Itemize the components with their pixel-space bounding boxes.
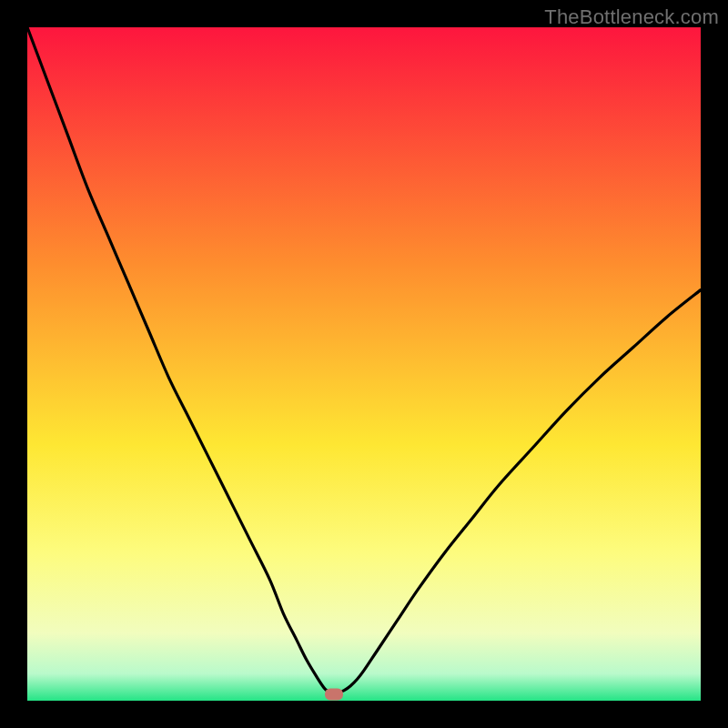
plot-area xyxy=(27,27,701,701)
optimal-marker xyxy=(325,688,343,700)
watermark-text: TheBottleneck.com xyxy=(544,5,719,29)
chart-frame: TheBottleneck.com xyxy=(0,0,728,728)
bottleneck-curve xyxy=(27,27,701,701)
